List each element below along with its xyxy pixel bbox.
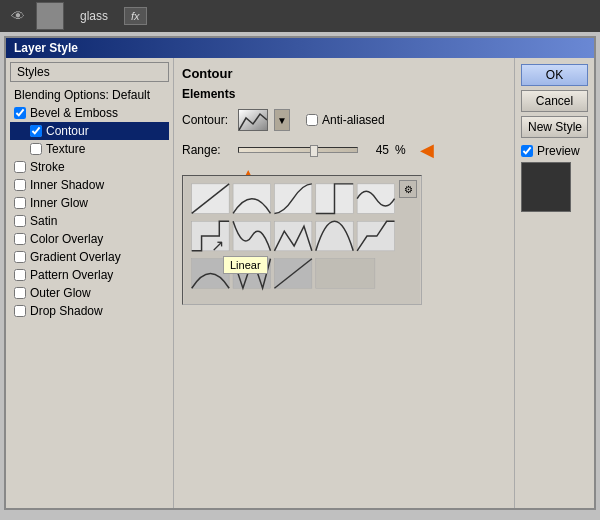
center-panel: Contour Elements Contour: — [174, 58, 514, 508]
list-item-inner-shadow[interactable]: Inner Shadow — [10, 176, 169, 194]
drop-shadow-label: Drop Shadow — [30, 304, 103, 318]
dialog-title: Layer Style — [6, 38, 594, 58]
stroke-checkbox[interactable] — [14, 161, 26, 173]
range-row: Range: 45 % ◀ — [182, 139, 506, 161]
gear-icon: ⚙ — [404, 184, 413, 195]
inner-glow-label: Inner Glow — [30, 196, 88, 210]
drop-shadow-checkbox[interactable] — [14, 305, 26, 317]
range-thumb[interactable] — [310, 145, 318, 157]
svg-rect-0 — [239, 110, 267, 130]
section-title: Contour — [182, 66, 506, 81]
preview-thumbnail — [521, 162, 571, 212]
visibility-icon[interactable]: 👁 — [8, 6, 28, 26]
blending-label: Blending Options: Default — [14, 88, 150, 102]
list-item-satin[interactable]: Satin — [10, 212, 169, 230]
list-item-drop-shadow[interactable]: Drop Shadow — [10, 302, 169, 320]
contour-canvas: ⚙ ↗ Linear — [182, 175, 422, 305]
anti-aliased-row: Anti-aliased — [306, 113, 385, 127]
inner-glow-checkbox[interactable] — [14, 197, 26, 209]
cancel-button[interactable]: Cancel — [521, 90, 588, 112]
list-item-color-overlay[interactable]: Color Overlay — [10, 230, 169, 248]
list-item-blending[interactable]: Blending Options: Default — [10, 86, 169, 104]
list-item-inner-glow[interactable]: Inner Glow — [10, 194, 169, 212]
cursor-indicator: ↗ — [211, 236, 224, 255]
pattern-overlay-checkbox[interactable] — [14, 269, 26, 281]
list-item-outer-glow[interactable]: Outer Glow — [10, 284, 169, 302]
svg-rect-17 — [316, 259, 375, 289]
range-unit: % — [395, 143, 406, 157]
linear-tooltip: Linear — [223, 256, 268, 274]
bevel-checkbox[interactable] — [14, 107, 26, 119]
preview-label: Preview — [537, 144, 580, 158]
ok-button[interactable]: OK — [521, 64, 588, 86]
fx-button[interactable]: fx — [124, 7, 147, 25]
anti-aliased-checkbox[interactable] — [306, 114, 318, 126]
satin-checkbox[interactable] — [14, 215, 26, 227]
contour-dropdown-arrow[interactable]: ▼ — [274, 109, 290, 131]
preview-checkbox[interactable] — [521, 145, 533, 157]
contour-label: Contour: — [182, 113, 232, 127]
dialog-body: Styles Blending Options: Default Bevel &… — [6, 58, 594, 508]
list-item-texture[interactable]: Texture — [10, 140, 169, 158]
svg-rect-10 — [274, 221, 311, 251]
list-item-pattern-overlay[interactable]: Pattern Overlay — [10, 266, 169, 284]
styles-header[interactable]: Styles — [10, 62, 169, 82]
texture-checkbox[interactable] — [30, 143, 42, 155]
list-item-gradient-overlay[interactable]: Gradient Overlay — [10, 248, 169, 266]
inner-shadow-checkbox[interactable] — [14, 179, 26, 191]
preview-row: Preview — [521, 144, 588, 158]
color-overlay-label: Color Overlay — [30, 232, 103, 246]
list-item-stroke[interactable]: Stroke — [10, 158, 169, 176]
pattern-overlay-label: Pattern Overlay — [30, 268, 113, 282]
outer-glow-label: Outer Glow — [30, 286, 91, 300]
anti-aliased-label: Anti-aliased — [322, 113, 385, 127]
list-item-bevel[interactable]: Bevel & Emboss — [10, 104, 169, 122]
right-panel: OK Cancel New Style Preview — [514, 58, 594, 508]
contour-label: Contour — [46, 124, 89, 138]
contour-checkbox[interactable] — [30, 125, 42, 137]
gear-button[interactable]: ⚙ — [399, 180, 417, 198]
layer-style-dialog: Layer Style Styles Blending Options: Def… — [4, 36, 596, 510]
layer-name: glass — [72, 9, 116, 23]
gradient-overlay-checkbox[interactable] — [14, 251, 26, 263]
stroke-label: Stroke — [30, 160, 65, 174]
section-subtitle: Elements — [182, 87, 506, 101]
top-bar: 👁 glass fx — [0, 0, 600, 32]
inner-shadow-label: Inner Shadow — [30, 178, 104, 192]
range-label: Range: — [182, 143, 232, 157]
layer-thumbnail — [36, 2, 64, 30]
contour-row: Contour: ▼ — [182, 109, 506, 131]
outer-glow-checkbox[interactable] — [14, 287, 26, 299]
contour-picker-button[interactable] — [238, 109, 268, 131]
range-value: 45 — [364, 143, 389, 157]
range-track — [238, 147, 358, 153]
list-item-contour[interactable]: Contour — [10, 122, 169, 140]
new-style-button[interactable]: New Style — [521, 116, 588, 138]
texture-label: Texture — [46, 142, 85, 156]
color-overlay-checkbox[interactable] — [14, 233, 26, 245]
range-arrow-indicator: ◀ — [420, 139, 434, 161]
gradient-overlay-label: Gradient Overlay — [30, 250, 121, 264]
satin-label: Satin — [30, 214, 57, 228]
left-panel: Styles Blending Options: Default Bevel &… — [6, 58, 174, 508]
left-list: Blending Options: Default Bevel & Emboss… — [10, 86, 169, 320]
bevel-label: Bevel & Emboss — [30, 106, 118, 120]
